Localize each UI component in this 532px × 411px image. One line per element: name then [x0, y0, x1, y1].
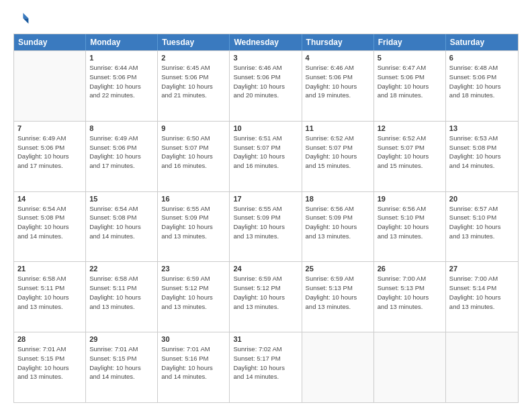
calendar-cell: 1Sunrise: 6:44 AM Sunset: 5:06 PM Daylig… [86, 51, 158, 121]
day-number: 14 [17, 195, 82, 203]
day-info: Sunrise: 6:46 AM Sunset: 5:06 PM Dayligh… [306, 63, 370, 100]
day-number: 4 [306, 54, 370, 62]
day-number: 11 [306, 124, 370, 132]
calendar-cell: 29Sunrise: 7:01 AM Sunset: 5:15 PM Dayli… [86, 332, 158, 402]
calendar-cell [374, 332, 446, 402]
header-day-monday: Monday [86, 34, 158, 50]
calendar-cell: 5Sunrise: 6:47 AM Sunset: 5:06 PM Daylig… [374, 51, 446, 121]
calendar-cell: 14Sunrise: 6:54 AM Sunset: 5:08 PM Dayli… [14, 192, 86, 262]
day-number: 2 [161, 54, 226, 62]
day-info: Sunrise: 6:52 AM Sunset: 5:07 PM Dayligh… [306, 134, 370, 171]
calendar-cell: 6Sunrise: 6:48 AM Sunset: 5:06 PM Daylig… [446, 51, 518, 121]
day-info: Sunrise: 7:01 AM Sunset: 5:16 PM Dayligh… [161, 345, 226, 381]
day-info: Sunrise: 6:55 AM Sunset: 5:09 PM Dayligh… [233, 204, 298, 241]
day-info: Sunrise: 7:02 AM Sunset: 5:17 PM Dayligh… [233, 345, 298, 381]
day-number: 10 [233, 124, 298, 132]
calendar-cell: 24Sunrise: 6:59 AM Sunset: 5:12 PM Dayli… [230, 262, 302, 332]
header [13, 11, 519, 27]
calendar-cell: 2Sunrise: 6:45 AM Sunset: 5:06 PM Daylig… [158, 51, 230, 121]
calendar-cell: 9Sunrise: 6:50 AM Sunset: 5:07 PM Daylig… [158, 122, 230, 191]
day-info: Sunrise: 6:56 AM Sunset: 5:09 PM Dayligh… [306, 204, 370, 241]
day-number: 31 [233, 335, 298, 343]
day-number: 9 [161, 124, 226, 132]
calendar-cell: 3Sunrise: 6:46 AM Sunset: 5:06 PM Daylig… [230, 51, 302, 121]
day-info: Sunrise: 6:56 AM Sunset: 5:10 PM Dayligh… [378, 204, 442, 241]
day-info: Sunrise: 6:44 AM Sunset: 5:06 PM Dayligh… [89, 63, 154, 100]
day-number: 29 [89, 335, 154, 343]
calendar-cell: 31Sunrise: 7:02 AM Sunset: 5:17 PM Dayli… [230, 332, 302, 402]
header-day-thursday: Thursday [302, 34, 374, 50]
day-info: Sunrise: 7:01 AM Sunset: 5:15 PM Dayligh… [89, 345, 154, 381]
day-info: Sunrise: 6:50 AM Sunset: 5:07 PM Dayligh… [161, 134, 226, 171]
day-number: 21 [17, 265, 82, 273]
calendar-cell: 30Sunrise: 7:01 AM Sunset: 5:16 PM Dayli… [158, 332, 230, 402]
calendar-row-5: 28Sunrise: 7:01 AM Sunset: 5:15 PM Dayli… [14, 332, 518, 402]
calendar-cell: 28Sunrise: 7:01 AM Sunset: 5:15 PM Dayli… [14, 332, 86, 402]
header-day-friday: Friday [374, 34, 446, 50]
day-info: Sunrise: 7:01 AM Sunset: 5:15 PM Dayligh… [17, 345, 82, 381]
header-day-tuesday: Tuesday [158, 34, 230, 50]
calendar-cell: 11Sunrise: 6:52 AM Sunset: 5:07 PM Dayli… [302, 122, 374, 191]
calendar-cell: 22Sunrise: 6:58 AM Sunset: 5:11 PM Dayli… [86, 262, 158, 332]
day-number: 8 [89, 124, 154, 132]
day-info: Sunrise: 6:52 AM Sunset: 5:07 PM Dayligh… [378, 134, 442, 171]
day-number: 7 [17, 124, 82, 132]
calendar-cell: 23Sunrise: 6:59 AM Sunset: 5:12 PM Dayli… [158, 262, 230, 332]
day-info: Sunrise: 6:48 AM Sunset: 5:06 PM Dayligh… [449, 63, 515, 100]
day-info: Sunrise: 7:00 AM Sunset: 5:13 PM Dayligh… [378, 274, 442, 311]
calendar-cell: 13Sunrise: 6:53 AM Sunset: 5:08 PM Dayli… [446, 122, 518, 191]
calendar-body: 1Sunrise: 6:44 AM Sunset: 5:06 PM Daylig… [14, 50, 518, 402]
day-number: 28 [17, 335, 82, 343]
calendar-cell [446, 332, 518, 402]
day-info: Sunrise: 6:49 AM Sunset: 5:06 PM Dayligh… [89, 134, 154, 171]
day-info: Sunrise: 6:59 AM Sunset: 5:13 PM Dayligh… [306, 274, 370, 311]
day-info: Sunrise: 6:57 AM Sunset: 5:10 PM Dayligh… [449, 204, 515, 241]
calendar-cell: 21Sunrise: 6:58 AM Sunset: 5:11 PM Dayli… [14, 262, 86, 332]
day-info: Sunrise: 6:54 AM Sunset: 5:08 PM Dayligh… [89, 204, 154, 241]
calendar-cell: 8Sunrise: 6:49 AM Sunset: 5:06 PM Daylig… [86, 122, 158, 191]
day-info: Sunrise: 6:46 AM Sunset: 5:06 PM Dayligh… [233, 63, 298, 100]
day-number: 13 [449, 124, 515, 132]
day-info: Sunrise: 6:59 AM Sunset: 5:12 PM Dayligh… [233, 274, 298, 311]
logo-icon [13, 11, 30, 27]
day-info: Sunrise: 6:51 AM Sunset: 5:07 PM Dayligh… [233, 134, 298, 171]
day-number: 24 [233, 265, 298, 273]
calendar-cell: 19Sunrise: 6:56 AM Sunset: 5:10 PM Dayli… [374, 192, 446, 262]
day-number: 25 [306, 265, 370, 273]
calendar: SundayMondayTuesdayWednesdayThursdayFrid… [13, 34, 519, 403]
day-info: Sunrise: 7:00 AM Sunset: 5:14 PM Dayligh… [449, 274, 515, 311]
day-number: 18 [306, 195, 370, 203]
day-info: Sunrise: 6:55 AM Sunset: 5:09 PM Dayligh… [161, 204, 226, 241]
day-info: Sunrise: 6:49 AM Sunset: 5:06 PM Dayligh… [17, 134, 82, 171]
day-info: Sunrise: 6:47 AM Sunset: 5:06 PM Dayligh… [378, 63, 442, 100]
header-day-sunday: Sunday [14, 34, 86, 50]
day-number: 27 [449, 265, 515, 273]
page: SundayMondayTuesdayWednesdayThursdayFrid… [0, 0, 532, 411]
calendar-cell: 18Sunrise: 6:56 AM Sunset: 5:09 PM Dayli… [302, 192, 374, 262]
calendar-cell: 4Sunrise: 6:46 AM Sunset: 5:06 PM Daylig… [302, 51, 374, 121]
calendar-cell: 17Sunrise: 6:55 AM Sunset: 5:09 PM Dayli… [230, 192, 302, 262]
svg-marker-1 [23, 18, 28, 24]
calendar-cell [302, 332, 374, 402]
calendar-cell: 7Sunrise: 6:49 AM Sunset: 5:06 PM Daylig… [14, 122, 86, 191]
calendar-cell: 16Sunrise: 6:55 AM Sunset: 5:09 PM Dayli… [158, 192, 230, 262]
day-number: 30 [161, 335, 226, 343]
day-number: 16 [161, 195, 226, 203]
day-info: Sunrise: 6:58 AM Sunset: 5:11 PM Dayligh… [89, 274, 154, 311]
calendar-row-4: 21Sunrise: 6:58 AM Sunset: 5:11 PM Dayli… [14, 261, 518, 332]
calendar-row-3: 14Sunrise: 6:54 AM Sunset: 5:08 PM Dayli… [14, 191, 518, 262]
day-number: 3 [233, 54, 298, 62]
day-info: Sunrise: 6:45 AM Sunset: 5:06 PM Dayligh… [161, 63, 226, 100]
calendar-cell: 27Sunrise: 7:00 AM Sunset: 5:14 PM Dayli… [446, 262, 518, 332]
day-number: 5 [378, 54, 442, 62]
day-number: 15 [89, 195, 154, 203]
day-number: 23 [161, 265, 226, 273]
day-number: 22 [89, 265, 154, 273]
day-number: 12 [378, 124, 442, 132]
calendar-row-1: 1Sunrise: 6:44 AM Sunset: 5:06 PM Daylig… [14, 50, 518, 121]
day-number: 6 [449, 54, 515, 62]
day-number: 1 [89, 54, 154, 62]
day-number: 20 [449, 195, 515, 203]
day-info: Sunrise: 6:54 AM Sunset: 5:08 PM Dayligh… [17, 204, 82, 241]
header-day-wednesday: Wednesday [230, 34, 302, 50]
